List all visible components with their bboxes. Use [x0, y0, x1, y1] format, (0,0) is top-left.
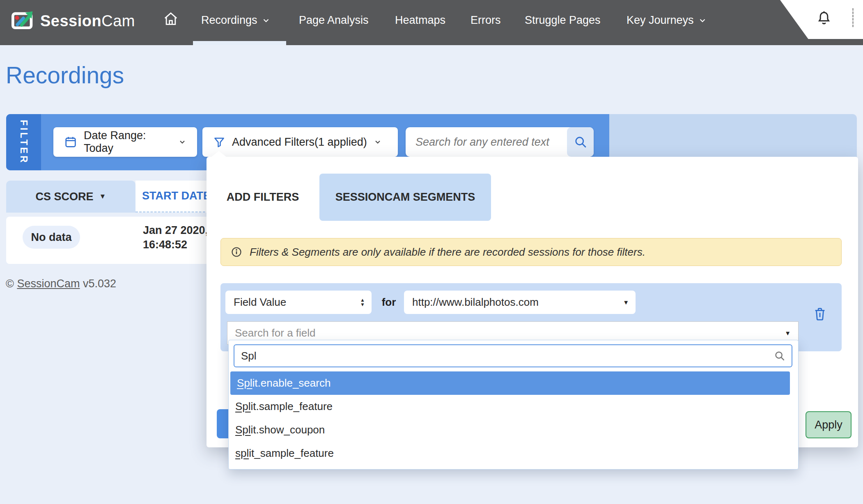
advanced-filters-button[interactable]: Advanced Filters(1 applied): [202, 127, 398, 157]
top-navbar: SessionCam Recordings Page Analysis Heat…: [0, 0, 863, 45]
nav-item-page-analysis[interactable]: Page Analysis: [299, 14, 369, 27]
option-split-enable-search[interactable]: Split.enable_search: [230, 371, 790, 395]
date-range-button[interactable]: Date Range: Today: [53, 127, 197, 157]
chevron-down-icon: [262, 16, 271, 25]
apply-button[interactable]: Apply: [806, 411, 852, 438]
nav-item-recordings[interactable]: Recordings: [201, 14, 271, 27]
option-split-show-coupon[interactable]: Split.show_coupon: [229, 418, 798, 442]
field-type-select[interactable]: Field Value ▲▼: [225, 291, 372, 314]
chevron-down-icon: [698, 16, 707, 25]
site-select[interactable]: http://www.bilalphotos.com ▼: [404, 291, 636, 314]
advanced-filters-panel: ADD FILTERS SESSIONCAM SEGMENTS Filters …: [207, 157, 858, 447]
nav-home-button[interactable]: [163, 11, 179, 27]
panel-pointer-notch: [211, 151, 226, 157]
kebab-menu-icon[interactable]: [852, 8, 854, 27]
delete-filter-button[interactable]: [813, 306, 827, 322]
apply-button-label: Apply: [815, 419, 842, 431]
nav-item-errors[interactable]: Errors: [471, 14, 501, 27]
nav-item-key-journeys[interactable]: Key Journeys: [627, 14, 707, 27]
filter-tab[interactable]: FILTER: [6, 114, 41, 170]
sort-desc-icon: ▼: [99, 192, 106, 201]
nav-item-struggle-pages[interactable]: Struggle Pages: [525, 14, 601, 27]
tab-label: ADD FILTERS: [227, 191, 299, 204]
chevron-down-icon: [178, 138, 186, 146]
spinner-arrows-icon: ▲▼: [360, 298, 365, 307]
copyright-symbol: ©: [6, 277, 14, 290]
home-icon: [163, 11, 179, 27]
start-date-header-label: START DATE: [142, 190, 211, 202]
tab-label: SESSIONCAM SEGMENTS: [335, 191, 475, 204]
chevron-down-icon: [374, 138, 382, 146]
caret-down-icon: ▼: [785, 330, 791, 337]
caret-down-icon: ▼: [623, 299, 629, 306]
nav-item-heatmaps[interactable]: Heatmaps: [395, 14, 445, 27]
cs-score-header-label: CS SCORE: [36, 190, 94, 203]
field-query-box: [234, 344, 792, 367]
column-header-cs-score[interactable]: CS SCORE ▼: [6, 181, 135, 213]
date-range-label: Date Range: Today: [84, 129, 172, 155]
brand-name: SessionCam: [40, 12, 135, 30]
option-split-sample-feature-lower[interactable]: split_sample_feature: [229, 442, 798, 465]
field-options-dropdown: Split.enable_search Split.sample_feature…: [228, 340, 799, 470]
sessioncam-logo[interactable]: SessionCam: [11, 9, 135, 33]
filter-tab-label: FILTER: [18, 120, 29, 165]
cs-score-badge: No data: [23, 226, 80, 249]
funnel-icon: [213, 136, 225, 148]
nav-item-label: Key Journeys: [627, 14, 694, 27]
nav-item-label: Recordings: [201, 14, 257, 27]
text-search-input[interactable]: [406, 127, 567, 157]
text-search-group: [406, 127, 594, 157]
copyright-line: © SessionCam v5.032: [6, 277, 116, 290]
advanced-filters-label: Advanced Filters(1 applied): [232, 136, 367, 149]
field-options-list: Split.enable_search Split.sample_feature…: [229, 371, 798, 465]
sessioncam-logo-icon: [11, 9, 35, 33]
search-button[interactable]: [567, 127, 594, 157]
search-icon: [573, 135, 588, 149]
screen: SessionCam Recordings Page Analysis Heat…: [0, 0, 863, 504]
field-search-placeholder: Search for a field: [235, 327, 316, 339]
active-tab-indicator: [193, 41, 286, 45]
nav-item-label: Heatmaps: [395, 14, 445, 27]
option-split-sample-feature[interactable]: Split.sample_feature: [229, 395, 798, 418]
tab-sessioncam-segments[interactable]: SESSIONCAM SEGMENTS: [319, 174, 491, 221]
connector-label: for: [378, 291, 399, 314]
site-select-value: http://www.bilalphotos.com: [412, 296, 539, 309]
notifications-bell-icon[interactable]: [816, 10, 832, 28]
info-banner-text: Filters & Segments are only available if…: [250, 246, 645, 259]
tab-add-filters[interactable]: ADD FILTERS: [213, 174, 312, 221]
calendar-icon: [64, 135, 77, 149]
sessioncam-link[interactable]: SessionCam: [17, 277, 80, 290]
start-date-cell: Jan 27 2020, 16:48:52: [143, 223, 208, 252]
info-icon: [231, 246, 242, 258]
page-title: Recordings: [6, 62, 124, 89]
nav-item-label: Page Analysis: [299, 14, 369, 27]
info-banner: Filters & Segments are only available if…: [220, 238, 842, 266]
field-type-value: Field Value: [234, 296, 286, 309]
field-query-input[interactable]: [241, 350, 773, 362]
magnifier-icon: [773, 350, 786, 362]
version-label: v5.032: [83, 277, 116, 290]
nav-item-label: Errors: [471, 14, 501, 27]
nav-item-label: Struggle Pages: [525, 14, 601, 27]
